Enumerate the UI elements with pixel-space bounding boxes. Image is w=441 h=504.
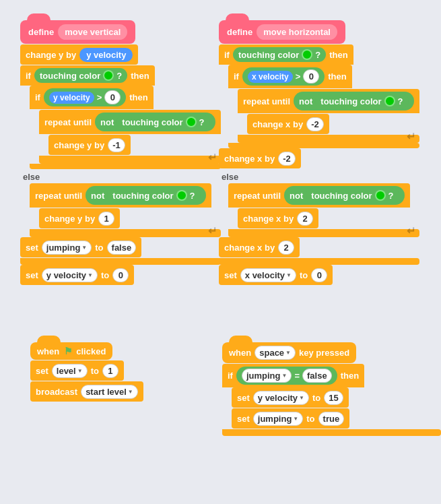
if-y-vel-top[interactable]: if y velocity > 0 then: [30, 86, 154, 109]
when-space-pressed-script: when space key pressed if jumping = fals…: [222, 342, 441, 436]
define-hat-horizontal[interactable]: define move horizontal: [219, 20, 345, 44]
neg2-val-inner[interactable]: -2: [306, 117, 324, 131]
repeat-c-bot-right: ↵: [238, 135, 419, 143]
repeat-until-top-up[interactable]: repeat until not touching color ?: [39, 110, 221, 134]
outer-if-bot: [20, 258, 221, 265]
change-x-neg2-outer[interactable]: change x by -2: [219, 148, 301, 168]
jumping-dropdown-space[interactable]: jumping: [253, 412, 303, 426]
define-move-horizontal-script: define move horizontal if touching color…: [219, 20, 419, 286]
touching-color-bool-outer[interactable]: touching color ?: [34, 68, 127, 83]
jumping-var-dropdown[interactable]: jumping: [242, 369, 292, 383]
y-vel-inner[interactable]: y velocity: [49, 92, 94, 104]
set-y-vel-15[interactable]: set y velocity to 15: [232, 387, 349, 408]
not-touching-left[interactable]: not touching color ?: [284, 186, 404, 205]
touching-color-down[interactable]: touching color ?: [107, 188, 200, 203]
repeat-until-right: repeat until not touching color ?: [238, 89, 419, 143]
color-swatch-down[interactable]: [176, 190, 187, 201]
start-level-dropdown[interactable]: start level: [81, 385, 138, 399]
jumping-dropdown-1[interactable]: jumping: [42, 241, 92, 255]
not-touching-down[interactable]: not touching color ?: [86, 186, 205, 205]
change-x-2-outer[interactable]: change x by 2: [219, 237, 300, 257]
y-vel-gt-0[interactable]: y velocity > 0: [44, 88, 126, 106]
x-vel-gt-0[interactable]: x velocity > 0: [242, 67, 325, 86]
when-flag-hat[interactable]: when ⚑ clicked: [30, 342, 112, 360]
color-swatch-left[interactable]: [375, 190, 386, 201]
move-vertical-label: move vertical: [58, 24, 127, 40]
if-touching-top[interactable]: if touching color ? then: [20, 65, 155, 86]
outer-if-h-bot: [219, 258, 419, 265]
neg1-val[interactable]: -1: [108, 138, 125, 152]
touching-color-up[interactable]: touching color ?: [116, 115, 209, 129]
space-key-dropdown[interactable]: space: [255, 346, 296, 360]
color-swatch-right[interactable]: [384, 96, 395, 106]
zero-val-xvel[interactable]: 0: [311, 268, 327, 282]
touching-color-bool-h[interactable]: touching color ?: [233, 47, 326, 62]
repeat-until-down: repeat until not touching color ? change…: [30, 183, 221, 237]
set-y-vel-0[interactable]: set y velocity to 0: [20, 265, 134, 285]
change-x-2-inner[interactable]: change x by 2: [238, 208, 318, 228]
repeat-c-bot-up: ↵: [39, 156, 221, 164]
zero-val-inner[interactable]: 0: [104, 90, 121, 104]
if-touching-h-outer: if touching color ? then if x velocity: [219, 44, 419, 265]
x-velocity-dropdown[interactable]: x velocity: [240, 268, 296, 282]
if-x-vel-bot: [228, 143, 419, 148]
zero-val-x[interactable]: 0: [303, 69, 319, 84]
inner-if-y-vel: if y velocity > 0 then repeat until: [30, 86, 221, 169]
touching-color-left[interactable]: touching color ?: [306, 188, 399, 203]
touching-color-right[interactable]: touching color ?: [315, 94, 408, 108]
define-hat-vertical[interactable]: define move vertical: [20, 20, 135, 44]
if-jumping-top[interactable]: if jumping = false then: [222, 364, 364, 387]
repeat-until-top-left[interactable]: repeat until not touching color ?: [228, 183, 410, 208]
true-val[interactable]: true: [318, 412, 345, 426]
val-1[interactable]: 1: [98, 212, 114, 226]
set-level-block[interactable]: set level to 1: [30, 360, 124, 381]
repeat-c-bot-down: ↵: [30, 229, 221, 237]
y-velocity-reporter[interactable]: y velocity: [79, 48, 133, 62]
repeat-until-up: repeat until not touching color ?: [39, 110, 221, 164]
change-y-neg1-wrap: change y by -1: [48, 135, 221, 156]
level-dropdown[interactable]: level: [52, 364, 88, 378]
not-touching-right[interactable]: not touching color ?: [294, 92, 413, 111]
jumping-eq-false[interactable]: jumping = false: [236, 367, 337, 385]
color-swatch-h-outer[interactable]: [302, 49, 312, 60]
move-horizontal-label: move horizontal: [257, 24, 337, 40]
repeat-until-top-down[interactable]: repeat until not touching color ?: [30, 183, 211, 208]
set-jumping-false[interactable]: set jumping to false: [20, 237, 141, 257]
false-eq-val[interactable]: false: [302, 369, 332, 383]
false-val-1[interactable]: false: [107, 241, 137, 255]
repeat-until-top-right[interactable]: repeat until not touching color ?: [238, 89, 419, 113]
color-swatch-up[interactable]: [186, 117, 197, 127]
change-y-1[interactable]: change y by 1: [39, 208, 120, 228]
change-y-by-block[interactable]: change y by y velocity: [20, 44, 138, 65]
set-jumping-true[interactable]: set jumping to true: [232, 408, 349, 429]
if-x-vel-top[interactable]: if x velocity > 0 then: [228, 65, 352, 88]
change-x-neg2-wrap: change x by -2: [247, 114, 419, 135]
val2-outer[interactable]: 2: [278, 241, 294, 255]
else-label-1: else: [20, 172, 221, 182]
broadcast-block[interactable]: broadcast start level: [30, 381, 143, 402]
y-vel-dropdown-space[interactable]: y velocity: [253, 391, 309, 405]
val-15[interactable]: 15: [324, 391, 343, 405]
x-vel-inner[interactable]: x velocity: [248, 71, 293, 83]
val2-inner[interactable]: 2: [297, 212, 313, 226]
if-touching-h-top[interactable]: if touching color ? then: [219, 44, 353, 65]
zero-val-yvel[interactable]: 0: [112, 268, 129, 282]
define-label: define: [28, 27, 54, 37]
color-swatch-outer[interactable]: [103, 70, 114, 81]
if-jumping-bot: [222, 429, 441, 436]
level-val[interactable]: 1: [102, 364, 118, 378]
set-x-vel-0[interactable]: set x velocity to 0: [219, 265, 333, 285]
when-space-hat[interactable]: when space key pressed: [222, 342, 356, 363]
inner-if-x-vel: if x velocity > 0 then repeat until: [228, 65, 419, 148]
flag-icon: ⚑: [64, 346, 73, 356]
when-flag-clicked-script: when ⚑ clicked set level to 1 broadcast …: [30, 342, 143, 402]
neg2-val-outer[interactable]: -2: [278, 152, 296, 166]
if-y-vel-bot: [30, 164, 221, 169]
change-y-neg1[interactable]: change y by -1: [48, 135, 131, 155]
if-touching-outer: if touching color ? then if y velocity >: [20, 65, 221, 265]
change-x-2-outer-wrap: change x by 2: [219, 237, 419, 258]
y-velocity-dropdown[interactable]: y velocity: [42, 268, 98, 282]
change-x-neg2-inner[interactable]: change x by -2: [247, 114, 329, 134]
repeat-c-bot-left: ↵: [228, 229, 419, 237]
not-touching-up[interactable]: not touching color ?: [95, 113, 215, 131]
